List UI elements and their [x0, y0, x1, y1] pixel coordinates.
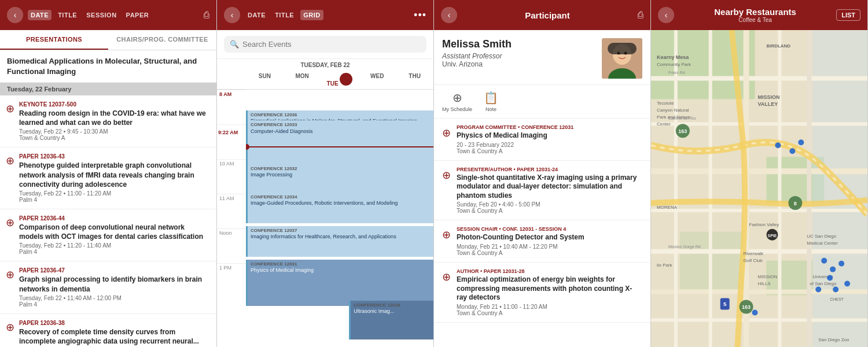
role-item[interactable]: ⊕ PROGRAM COMMITTEE • CONFERENCE 12031 P…	[434, 119, 650, 161]
search-input[interactable]	[242, 40, 421, 49]
action-row: ⊕ My Schedule 📋 Note	[434, 85, 650, 119]
tab-chairs[interactable]: CHAIRS/PROG. COMMITTEE	[108, 30, 216, 50]
svg-text:Fashion Valley: Fashion Valley	[749, 222, 779, 227]
svg-text:Golf Club: Golf Club	[744, 258, 763, 263]
conference-block[interactable]: CONFERENCE 12031Physics of Medical Imagi…	[246, 260, 433, 306]
role-item[interactable]: ⊕ AUTHOR • PAPER 12031-28 Empirical opti…	[434, 263, 650, 323]
svg-text:MISSION: MISSION	[758, 274, 778, 279]
svg-text:MISSION: MISSION	[758, 94, 780, 100]
time-8am: 8 AM	[217, 90, 246, 124]
svg-text:163: 163	[742, 304, 751, 310]
svg-text:lio Park: lio Park	[657, 263, 672, 268]
roles-list: ⊕ PROGRAM COMMITTEE • CONFERENCE 12031 P…	[434, 119, 650, 323]
svg-text:8: 8	[794, 201, 797, 206]
session-title-p1: Biomedical Applications in Molecular, St…	[0, 50, 216, 83]
event-list-item[interactable]: ⊕ PAPER 12036-43 Phenotype guided interp…	[0, 147, 216, 209]
add-role-icon[interactable]: ⊕	[442, 169, 451, 182]
back-button-p4[interactable]: ‹	[658, 7, 674, 23]
tab-session-p1[interactable]: SESSION	[83, 10, 119, 20]
role-content: PROGRAM COMMITTEE • CONFERENCE 12031 Phy…	[457, 124, 573, 154]
share-icon-p3[interactable]: ⎙	[638, 10, 643, 20]
svg-text:Park and Nature: Park and Nature	[657, 115, 691, 120]
event-meta: Tuesday, Feb 22 • 11:40 AM - 12:00 PMPal…	[19, 295, 209, 308]
add-event-icon[interactable]: ⊕	[6, 216, 14, 229]
time-labels: 8 AM 9:22 AM 10 AM 11 AM Noon 1 PM	[217, 90, 246, 347]
role-badge: PRESENTER/AUTHOR • PAPER 12031-24	[457, 167, 642, 172]
current-time-line	[246, 146, 433, 147]
svg-rect-18	[651, 318, 867, 322]
event-code: KEYNOTE 12037-500	[19, 101, 209, 108]
role-badge: PROGRAM COMMITTEE • CONFERENCE 12031	[457, 124, 573, 130]
share-icon-p1[interactable]: ⎙	[204, 10, 209, 20]
add-event-icon[interactable]: ⊕	[6, 154, 14, 167]
add-role-icon[interactable]: ⊕	[442, 127, 451, 139]
grid-area: CONFERENCE 12036Biomedical Applications …	[246, 90, 433, 347]
svg-point-58	[821, 258, 827, 264]
back-button-p1[interactable]: ‹	[7, 7, 23, 23]
role-item[interactable]: ⊕ SESSION CHAIR • CONF. 12031 - SESSION …	[434, 220, 650, 263]
day-wed[interactable]: WED	[358, 73, 396, 87]
back-button-p3[interactable]: ‹	[441, 7, 457, 23]
note-button[interactable]: 📋 Note	[484, 91, 498, 112]
role-title: Physics of Medical Imaging	[457, 131, 573, 141]
main-tabs-p1: PRESENTATIONS CHAIRS/PROG. COMMITTEE	[0, 30, 216, 50]
my-schedule-button[interactable]: ⊕ My Schedule	[442, 91, 472, 112]
conference-block[interactable]: CONFERENCE 12034Image-Guided Procedures,…	[246, 193, 433, 223]
day-labels: SUN MON TUE WED THU	[217, 69, 433, 90]
add-event-icon[interactable]: ⊕	[6, 268, 14, 281]
day-mon[interactable]: MON	[284, 73, 321, 87]
add-event-icon[interactable]: ⊕	[6, 321, 14, 334]
conference-block[interactable]: CONFERENCE 12037Imaging Informatics for …	[246, 226, 433, 257]
conference-block[interactable]: CONFERENCE 12032Image Processing	[246, 164, 433, 190]
day-tue[interactable]: TUE	[321, 73, 359, 87]
tab-grid-p2[interactable]: GRID	[300, 10, 323, 20]
map-container[interactable]: Friars Rd Camino del Rio Mission Gorge R…	[651, 30, 867, 347]
role-title: Photon-Counting Detector and System	[457, 233, 584, 242]
svg-point-55	[775, 142, 781, 148]
participant-role: Assistant Professor	[442, 52, 595, 60]
map-svg: Friars Rd Camino del Rio Mission Gorge R…	[651, 30, 867, 347]
role-meta: 20 - 23 February 2022Town & Country A	[457, 142, 573, 154]
tab-title-p2[interactable]: TITLE	[272, 10, 297, 20]
panel-grid: ‹ DATE TITLE GRID ••• 🔍 TUESDAY, FEB 22 …	[217, 0, 434, 347]
conference-block[interactable]: CONFERENCE 12038Ultrasonic Imag...	[349, 301, 433, 339]
svg-point-64	[844, 281, 850, 287]
svg-text:CHEST: CHEST	[830, 297, 844, 301]
add-role-icon[interactable]: ⊕	[442, 228, 451, 241]
more-options-p2[interactable]: •••	[414, 9, 426, 21]
tab-presentations[interactable]: PRESENTATIONS	[0, 30, 108, 50]
event-meta: Tuesday, Feb 22 • 11:00 - 11:20 AMPalm 4	[19, 190, 209, 203]
event-list-item[interactable]: ⊕ PAPER 12036-44 Comparison of deep conv…	[0, 209, 216, 261]
role-meta: Sunday, Feb 20 • 4:40 - 5:00 PMTown & Co…	[457, 201, 642, 214]
event-title: Reading room design in the COVID-19 era:…	[19, 109, 209, 127]
add-role-icon[interactable]: ⊕	[442, 271, 451, 283]
schedule-icon: ⊕	[453, 91, 462, 105]
section-date-p1: Tuesday, 22 February	[0, 83, 216, 95]
tab-date-p1[interactable]: DATE	[28, 10, 52, 20]
participant-org: Univ. Arizona	[442, 60, 595, 68]
tab-date-p2[interactable]: DATE	[245, 10, 269, 20]
conference-block[interactable]: CONFERENCE 12033Computer-Aided Diagnosis	[246, 120, 433, 159]
svg-rect-20	[709, 30, 712, 347]
add-event-icon[interactable]: ⊕	[6, 102, 14, 115]
panel4-header: ‹ Nearby Restaurants Coffee & Tea LIST	[651, 0, 867, 30]
svg-text:5: 5	[723, 301, 727, 307]
event-list-item[interactable]: ⊕ KEYNOTE 12037-500 Reading room design …	[0, 95, 216, 147]
svg-rect-19	[674, 30, 678, 347]
tab-title-p1[interactable]: TITLE	[55, 10, 80, 20]
day-sun[interactable]: SUN	[246, 73, 284, 87]
event-content: PAPER 12036-38 Recovery of complete time…	[19, 320, 209, 347]
schedule-label: My Schedule	[442, 106, 472, 112]
role-badge: AUTHOR • PAPER 12031-28	[457, 268, 642, 274]
list-button[interactable]: LIST	[836, 9, 860, 21]
tab-paper-p1[interactable]: PAPER	[123, 10, 152, 20]
svg-text:Canyon Natural: Canyon Natural	[657, 108, 689, 113]
event-list-item[interactable]: ⊕ PAPER 12036-47 Graph signal processing…	[0, 261, 216, 313]
svg-text:Center: Center	[657, 121, 671, 127]
events-list-p1: ⊕ KEYNOTE 12037-500 Reading room design …	[0, 95, 216, 347]
note-label: Note	[486, 106, 496, 112]
role-item[interactable]: ⊕ PRESENTER/AUTHOR • PAPER 12031-24 Sing…	[434, 161, 650, 221]
day-thu[interactable]: THU	[396, 73, 433, 87]
back-button-p2[interactable]: ‹	[224, 7, 240, 23]
event-list-item[interactable]: ⊕ PAPER 12036-38 Recovery of complete ti…	[0, 314, 216, 347]
